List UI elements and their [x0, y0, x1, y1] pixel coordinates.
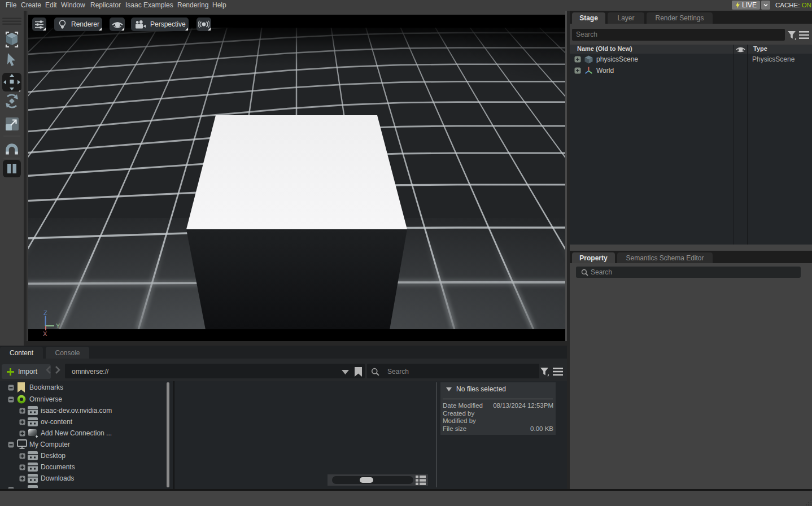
svg-text:X: X — [43, 330, 47, 336]
svg-text:Y: Y — [56, 322, 60, 329]
svg-text:Z: Z — [43, 309, 47, 316]
